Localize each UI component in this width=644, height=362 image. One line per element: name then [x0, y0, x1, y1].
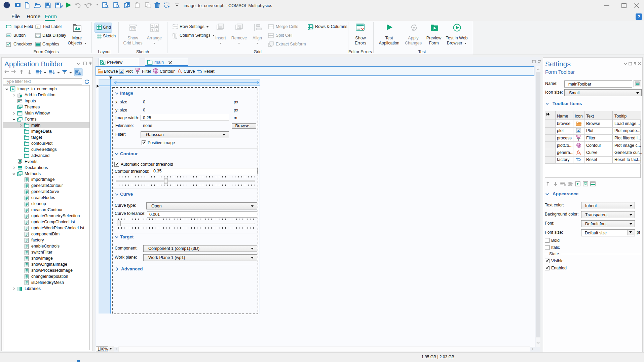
svg-text:T: T: [37, 25, 39, 29]
svg-text:A: A: [12, 87, 14, 91]
svg-text:1.23: 1.23: [131, 28, 135, 30]
svg-text:OK: OK: [7, 35, 10, 37]
svg-text:1.23: 1.23: [36, 35, 40, 37]
